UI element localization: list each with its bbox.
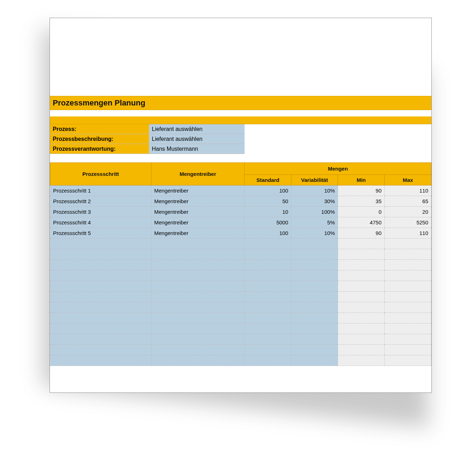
cell-driver[interactable] bbox=[151, 260, 245, 270]
cell-step[interactable] bbox=[50, 345, 151, 355]
cell-standard[interactable] bbox=[245, 281, 291, 292]
table-row-empty bbox=[50, 292, 431, 302]
cell-step[interactable] bbox=[50, 281, 151, 292]
cell-variability[interactable]: 10% bbox=[291, 228, 338, 239]
cell-step[interactable] bbox=[50, 239, 151, 249]
cell-standard[interactable] bbox=[245, 355, 291, 366]
cell-standard[interactable]: 100 bbox=[245, 228, 291, 239]
table-row-empty bbox=[50, 323, 431, 334]
cell-step[interactable] bbox=[50, 313, 151, 323]
cell-min: 0 bbox=[338, 207, 385, 217]
cell-variability[interactable] bbox=[291, 313, 338, 323]
cell-driver[interactable]: Mengentreiber bbox=[151, 196, 245, 207]
cell-standard[interactable]: 10 bbox=[245, 207, 291, 217]
cell-max: 20 bbox=[385, 207, 431, 217]
cell-driver[interactable] bbox=[151, 334, 245, 345]
cell-max bbox=[385, 345, 431, 355]
cell-variability[interactable] bbox=[291, 302, 338, 313]
cell-step[interactable] bbox=[50, 260, 151, 270]
cell-standard[interactable] bbox=[245, 260, 291, 270]
cell-variability[interactable] bbox=[291, 281, 338, 292]
cell-driver[interactable] bbox=[151, 323, 245, 334]
cell-driver[interactable]: Mengentreiber bbox=[151, 185, 245, 196]
cell-variability[interactable]: 100% bbox=[291, 207, 338, 217]
cell-standard[interactable] bbox=[245, 292, 291, 302]
cell-variability[interactable] bbox=[291, 292, 338, 302]
cell-min bbox=[338, 270, 385, 281]
cell-max bbox=[385, 313, 431, 323]
cell-driver[interactable]: Mengentreiber bbox=[151, 217, 245, 228]
header-mengen: Mengen bbox=[245, 163, 431, 175]
cell-min bbox=[338, 302, 385, 313]
header-min: Min bbox=[338, 175, 385, 185]
cell-min bbox=[338, 249, 385, 260]
table-row-empty bbox=[50, 302, 431, 313]
cell-standard[interactable] bbox=[245, 334, 291, 345]
cell-standard[interactable] bbox=[245, 239, 291, 249]
cell-variability[interactable]: 30% bbox=[291, 196, 338, 207]
table-row-empty bbox=[50, 334, 431, 345]
cell-variability[interactable] bbox=[291, 345, 338, 355]
cell-max: 110 bbox=[385, 185, 431, 196]
cell-step[interactable]: Prozessschritt 2 bbox=[50, 196, 151, 207]
cell-driver[interactable] bbox=[151, 281, 245, 292]
cell-standard[interactable] bbox=[245, 323, 291, 334]
table-row-empty bbox=[50, 345, 431, 355]
cell-driver[interactable] bbox=[151, 239, 245, 249]
cell-variability[interactable] bbox=[291, 249, 338, 260]
cell-driver[interactable] bbox=[151, 355, 245, 366]
cell-driver[interactable] bbox=[151, 313, 245, 323]
cell-max bbox=[385, 334, 431, 345]
cell-standard[interactable] bbox=[245, 302, 291, 313]
cell-driver[interactable] bbox=[151, 249, 245, 260]
table-row: Prozessschritt 3Mengentreiber10100%020 bbox=[50, 207, 431, 217]
cell-standard[interactable]: 100 bbox=[245, 185, 291, 196]
cell-variability[interactable] bbox=[291, 355, 338, 366]
cell-step[interactable]: Prozessschritt 5 bbox=[50, 228, 151, 239]
cell-step[interactable] bbox=[50, 302, 151, 313]
cell-standard[interactable]: 50 bbox=[245, 196, 291, 207]
cell-standard[interactable] bbox=[245, 313, 291, 323]
cell-driver[interactable]: Mengentreiber bbox=[151, 228, 245, 239]
cell-step[interactable] bbox=[50, 334, 151, 345]
table-row: Prozessschritt 5Mengentreiber10010%90110 bbox=[50, 228, 431, 239]
cell-driver[interactable]: Mengentreiber bbox=[151, 207, 245, 217]
cell-driver[interactable] bbox=[151, 270, 245, 281]
cell-standard[interactable] bbox=[245, 345, 291, 355]
cell-variability[interactable] bbox=[291, 334, 338, 345]
table-row-empty bbox=[50, 260, 431, 270]
cell-step[interactable]: Prozessschritt 4 bbox=[50, 217, 151, 228]
cell-variability[interactable] bbox=[291, 323, 338, 334]
table-row-empty bbox=[50, 355, 431, 366]
cell-step[interactable]: Prozessschritt 1 bbox=[50, 185, 151, 196]
cell-min: 35 bbox=[338, 196, 385, 207]
cell-driver[interactable] bbox=[151, 302, 245, 313]
cell-standard[interactable]: 5000 bbox=[245, 217, 291, 228]
cell-max: 5250 bbox=[385, 217, 431, 228]
cell-standard[interactable] bbox=[245, 249, 291, 260]
cell-max bbox=[385, 270, 431, 281]
cell-step[interactable] bbox=[50, 249, 151, 260]
cell-variability[interactable] bbox=[291, 270, 338, 281]
cell-variability[interactable] bbox=[291, 239, 338, 249]
page-title-text: Prozessmengen Planung bbox=[53, 98, 145, 108]
cell-variability[interactable] bbox=[291, 260, 338, 270]
header-standard: Standard bbox=[245, 175, 291, 185]
cell-min bbox=[338, 313, 385, 323]
cell-variability[interactable]: 10% bbox=[291, 185, 338, 196]
meta-value-beschreibung[interactable]: Lieferant auswählen bbox=[149, 134, 245, 144]
cell-step[interactable]: Prozessschritt 3 bbox=[50, 207, 151, 217]
cell-max bbox=[385, 281, 431, 292]
cell-driver[interactable] bbox=[151, 345, 245, 355]
cell-step[interactable] bbox=[50, 292, 151, 302]
cell-step[interactable] bbox=[50, 270, 151, 281]
cell-variability[interactable]: 5% bbox=[291, 217, 338, 228]
table-row: Prozessschritt 2Mengentreiber5030%3565 bbox=[50, 196, 431, 207]
cell-standard[interactable] bbox=[245, 270, 291, 281]
meta-value-prozess[interactable]: Lieferant auswählen bbox=[149, 124, 245, 134]
cell-step[interactable] bbox=[50, 323, 151, 334]
cell-step[interactable] bbox=[50, 355, 151, 366]
cell-driver[interactable] bbox=[151, 292, 245, 302]
meta-value-verantwortung[interactable]: Hans Mustermann bbox=[149, 144, 245, 154]
meta-label-beschreibung: Prozessbeschreibung: bbox=[50, 134, 149, 144]
